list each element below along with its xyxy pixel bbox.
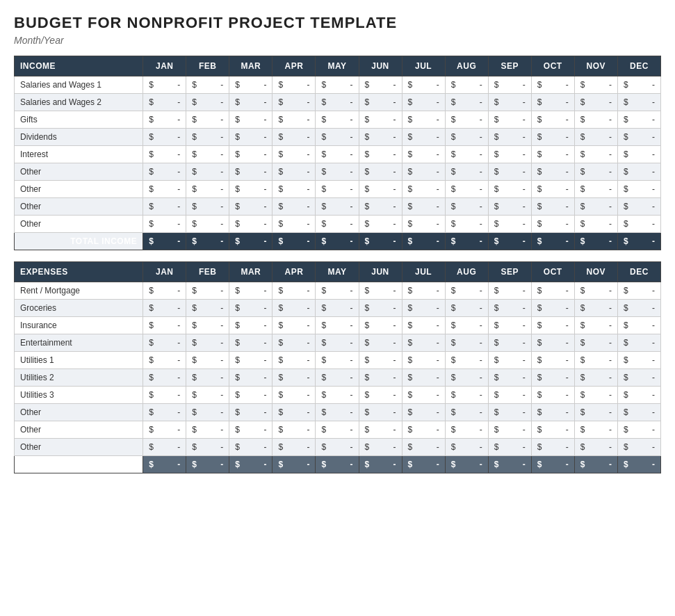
expenses-cell[interactable]: $- (186, 317, 229, 334)
income-cell[interactable]: $- (186, 198, 229, 216)
income-cell[interactable]: $- (316, 129, 359, 146)
expenses-cell[interactable]: $- (531, 352, 574, 369)
expenses-cell[interactable]: $- (143, 421, 186, 439)
income-cell[interactable]: $- (488, 129, 531, 146)
expenses-cell[interactable]: $- (617, 282, 660, 300)
income-cell[interactable]: $- (531, 163, 574, 181)
expenses-cell[interactable]: $- (316, 334, 359, 352)
expenses-cell[interactable]: $- (402, 334, 445, 352)
expenses-cell[interactable]: $- (359, 421, 402, 439)
income-cell[interactable]: $- (574, 146, 617, 163)
expenses-cell[interactable]: $- (574, 421, 617, 439)
expenses-cell[interactable]: $- (186, 404, 229, 421)
expenses-cell[interactable]: $- (229, 282, 273, 300)
income-cell[interactable]: $- (359, 216, 402, 233)
income-cell[interactable]: $- (617, 94, 660, 111)
expenses-cell[interactable]: $- (143, 404, 186, 421)
expenses-cell[interactable]: $- (273, 369, 316, 387)
income-cell[interactable]: $- (445, 163, 488, 181)
expenses-cell[interactable]: $- (488, 387, 531, 404)
income-cell[interactable]: $- (143, 181, 186, 198)
income-cell[interactable]: $- (186, 129, 229, 146)
expenses-cell[interactable]: $- (617, 421, 660, 439)
income-cell[interactable]: $- (531, 94, 574, 111)
income-cell[interactable]: $- (359, 94, 402, 111)
expenses-cell[interactable]: $- (531, 369, 574, 387)
income-cell[interactable]: $- (402, 111, 445, 129)
expenses-cell[interactable]: $- (531, 317, 574, 334)
expenses-cell[interactable]: $- (316, 352, 359, 369)
income-cell[interactable]: $- (445, 76, 488, 94)
expenses-cell[interactable]: $- (229, 439, 273, 456)
expenses-cell[interactable]: $- (359, 317, 402, 334)
expenses-cell[interactable]: $- (186, 352, 229, 369)
expenses-cell[interactable]: $- (316, 300, 359, 317)
income-cell[interactable]: $- (273, 129, 316, 146)
income-cell[interactable]: $- (445, 111, 488, 129)
expenses-cell[interactable]: $- (186, 300, 229, 317)
expenses-cell[interactable]: $- (359, 439, 402, 456)
income-cell[interactable]: $- (359, 163, 402, 181)
expenses-cell[interactable]: $- (574, 282, 617, 300)
expenses-cell[interactable]: $- (574, 352, 617, 369)
expenses-cell[interactable]: $- (445, 300, 488, 317)
expenses-cell[interactable]: $- (488, 300, 531, 317)
expenses-cell[interactable]: $- (143, 387, 186, 404)
expenses-cell[interactable]: $- (402, 317, 445, 334)
income-cell[interactable]: $- (229, 216, 273, 233)
income-cell[interactable]: $- (229, 181, 273, 198)
expenses-cell[interactable]: $- (186, 439, 229, 456)
expenses-cell[interactable]: $- (574, 369, 617, 387)
income-cell[interactable]: $- (574, 94, 617, 111)
income-cell[interactable]: $- (531, 146, 574, 163)
expenses-cell[interactable]: $- (488, 317, 531, 334)
expenses-cell[interactable]: $- (402, 387, 445, 404)
expenses-cell[interactable]: $- (143, 282, 186, 300)
income-cell[interactable]: $- (488, 76, 531, 94)
expenses-cell[interactable]: $- (229, 352, 273, 369)
expenses-cell[interactable]: $- (359, 369, 402, 387)
income-cell[interactable]: $- (143, 76, 186, 94)
expenses-cell[interactable]: $- (316, 317, 359, 334)
income-cell[interactable]: $- (316, 76, 359, 94)
expenses-cell[interactable]: $- (488, 439, 531, 456)
income-cell[interactable]: $- (316, 94, 359, 111)
expenses-cell[interactable]: $- (359, 300, 402, 317)
income-cell[interactable]: $- (574, 181, 617, 198)
expenses-cell[interactable]: $- (359, 404, 402, 421)
expenses-cell[interactable]: $- (273, 439, 316, 456)
expenses-cell[interactable]: $- (445, 317, 488, 334)
income-cell[interactable]: $- (445, 146, 488, 163)
income-cell[interactable]: $- (143, 94, 186, 111)
income-cell[interactable]: $- (273, 181, 316, 198)
expenses-cell[interactable]: $- (574, 334, 617, 352)
expenses-cell[interactable]: $- (229, 300, 273, 317)
expenses-cell[interactable]: $- (316, 282, 359, 300)
expenses-cell[interactable]: $- (273, 300, 316, 317)
expenses-cell[interactable]: $- (617, 300, 660, 317)
expenses-cell[interactable]: $- (531, 404, 574, 421)
expenses-cell[interactable]: $- (143, 352, 186, 369)
income-cell[interactable]: $- (229, 146, 273, 163)
income-cell[interactable]: $- (445, 129, 488, 146)
income-cell[interactable]: $- (617, 198, 660, 216)
income-cell[interactable]: $- (402, 76, 445, 94)
expenses-cell[interactable]: $- (186, 387, 229, 404)
expenses-cell[interactable]: $- (617, 404, 660, 421)
expenses-cell[interactable]: $- (531, 334, 574, 352)
expenses-cell[interactable]: $- (359, 334, 402, 352)
expenses-cell[interactable]: $- (488, 282, 531, 300)
income-cell[interactable]: $- (617, 163, 660, 181)
expenses-cell[interactable]: $- (229, 334, 273, 352)
expenses-cell[interactable]: $- (531, 282, 574, 300)
income-cell[interactable]: $- (229, 76, 273, 94)
income-cell[interactable]: $- (273, 198, 316, 216)
income-cell[interactable]: $- (273, 146, 316, 163)
expenses-cell[interactable]: $- (229, 369, 273, 387)
expenses-cell[interactable]: $- (273, 404, 316, 421)
expenses-cell[interactable]: $- (488, 352, 531, 369)
expenses-cell[interactable]: $- (143, 334, 186, 352)
expenses-cell[interactable]: $- (229, 421, 273, 439)
expenses-cell[interactable]: $- (273, 282, 316, 300)
expenses-cell[interactable]: $- (617, 317, 660, 334)
